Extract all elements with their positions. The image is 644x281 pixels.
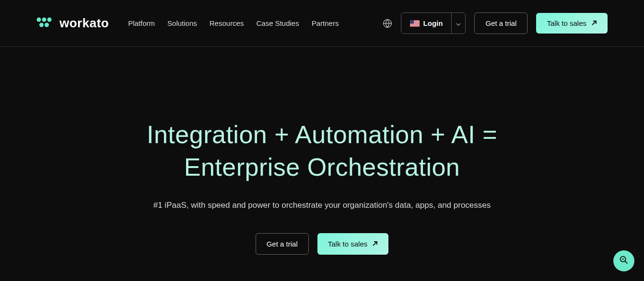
svg-rect-11 [410,24,420,25]
hero-title-line1: Integration + Automation + AI = [147,121,497,148]
site-header: workato Platform Solutions Resources Cas… [0,0,644,47]
sales-label: Talk to sales [547,19,586,27]
hero-title-line2: Enterprise Orchestration [184,153,460,181]
chevron-down-icon [456,19,461,28]
nav-platform[interactable]: Platform [128,19,155,27]
arrow-up-right-icon [372,240,378,248]
chat-search-icon [619,255,629,267]
nav-solutions[interactable]: Solutions [167,19,197,27]
hero-trial-label: Get a trial [267,240,298,248]
login-group: Login [401,12,466,34]
svg-rect-10 [410,23,420,24]
login-label: Login [423,19,443,27]
svg-point-1 [42,17,47,22]
svg-point-0 [37,17,41,22]
nav-case-studies[interactable]: Case Studies [256,19,299,27]
brand-name: workato [59,16,109,31]
login-dropdown[interactable] [451,13,465,34]
hero-subtitle: #1 iPaaS, with speed and power to orches… [82,201,562,210]
svg-rect-12 [410,25,420,26]
hero-sales-label: Talk to sales [328,240,368,248]
svg-point-2 [47,17,52,22]
main-nav: Platform Solutions Resources Case Studie… [128,19,339,27]
trial-label: Get a trial [485,19,516,27]
hero-talk-to-sales-button[interactable]: Talk to sales [317,233,389,255]
get-trial-button[interactable]: Get a trial [474,12,527,34]
hero-cta-group: Get a trial Talk to sales [82,233,562,255]
login-button[interactable]: Login [401,13,452,34]
header-right: Login Get a trial Talk to sales [383,12,608,34]
brand-logo[interactable]: workato [36,16,109,31]
hero-get-trial-button[interactable]: Get a trial [256,233,309,255]
us-flag-icon [410,20,420,27]
nav-resources[interactable]: Resources [210,19,244,27]
svg-point-4 [45,22,49,27]
svg-rect-13 [410,20,414,24]
arrow-up-right-icon [591,19,597,27]
nav-partners[interactable]: Partners [312,19,339,27]
logo-mark-icon [36,17,55,30]
svg-point-3 [39,22,44,27]
chat-widget-button[interactable] [613,250,634,271]
globe-icon[interactable] [383,19,392,28]
hero-section: Integration + Automation + AI = Enterpri… [82,47,562,255]
talk-to-sales-button[interactable]: Talk to sales [536,13,608,34]
hero-title: Integration + Automation + AI = Enterpri… [82,119,562,183]
